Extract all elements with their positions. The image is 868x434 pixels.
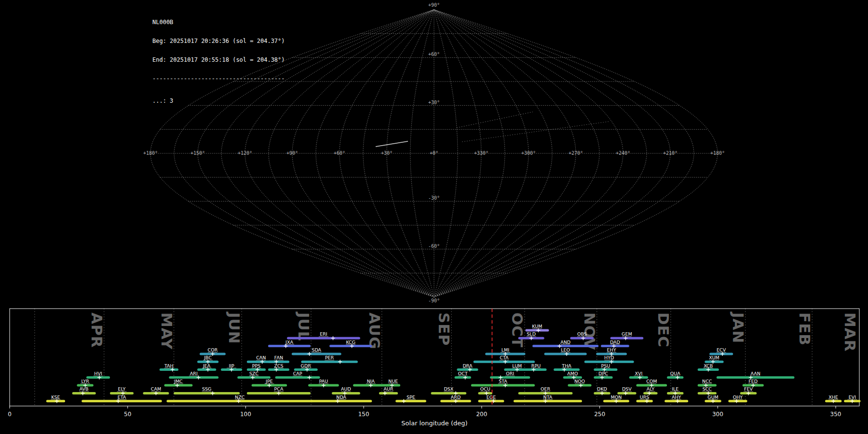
shower-label-HVI: HVI: [94, 371, 102, 376]
shower-label-KUM: KUM: [532, 324, 542, 329]
month-label-jan: JAN: [730, 312, 747, 343]
x-tick-label: 150: [358, 411, 369, 418]
shower-label-PSU: PSU: [601, 363, 610, 368]
observation-header: NL000B Beg: 20251017 20:26:36 (sol = 204…: [152, 7, 285, 117]
lon-label: +180°: [710, 150, 725, 156]
month-label-apr: APR: [88, 312, 106, 348]
lon-label: +270°: [569, 150, 583, 156]
shower-label-AAN: AAN: [750, 371, 760, 376]
shower-label-HYD: HYD: [604, 355, 614, 360]
shower-label-PAU: PAU: [319, 379, 328, 384]
shower-label-GDR: GDR: [301, 363, 312, 368]
shower-label-NDA: NDA: [336, 394, 346, 400]
lat-label: -30°: [428, 195, 440, 201]
end-time: End: 20251017 20:55:18 (sol = 204.38°): [152, 57, 285, 63]
x-tick-label: 350: [830, 411, 841, 418]
month-label-jun: JUN: [226, 312, 243, 344]
shower-label-PPS: PPS: [252, 363, 261, 368]
shower-label-SZC: SZC: [249, 371, 259, 376]
shower-label-DPC: DPC: [598, 371, 608, 376]
month-label-feb: FEB: [796, 312, 814, 346]
shower-label-DSX: DSX: [444, 386, 453, 392]
shower-label-AHY: AHY: [672, 394, 681, 400]
shower-label-EGE: EGE: [487, 394, 496, 400]
shower-label-NZC: NZC: [235, 394, 245, 400]
shower-label-JMC: JMC: [174, 379, 183, 384]
detection-count: ...: 3: [152, 98, 285, 104]
shower-label-SPE: SPE: [407, 394, 415, 400]
shower-label-NIA: NIA: [367, 379, 375, 384]
shower-label-SDA: SDA: [312, 347, 321, 353]
shower-label-GUM: GUM: [707, 394, 719, 400]
shower-label-CAN: CAN: [256, 355, 266, 360]
shower-label-EVI: EVI: [849, 394, 856, 400]
month-label-mar: MAR: [841, 312, 859, 352]
shower-label-THA: THA: [561, 363, 571, 368]
month-label-dec: DEC: [655, 312, 672, 348]
lat-label: +90°: [428, 2, 440, 8]
sky-map: +180°+150°+120°+90°+60°+30°+0°+330°+300°…: [0, 0, 868, 305]
shower-label-KSE: KSE: [51, 394, 60, 400]
lon-label: +180°: [143, 150, 158, 156]
lat-label: +60°: [428, 52, 440, 57]
shower-label-XCB: XCB: [704, 363, 713, 368]
shower-label-AMO: AMO: [567, 371, 578, 376]
shower-label-XHE: XHE: [828, 394, 838, 400]
shower-label-CAP: CAP: [293, 371, 302, 376]
shower-label-ETA: ETA: [118, 394, 126, 400]
shower-label-FEV: FEV: [744, 386, 753, 392]
shower-label-DAD: DAD: [610, 339, 620, 345]
shower-label-IIP: IIP: [229, 363, 234, 368]
lon-label: +300°: [521, 150, 536, 156]
x-tick-label: 100: [240, 411, 251, 418]
shower-label-TAH: TAH: [164, 363, 174, 368]
shower-label-JEA: JEA: [203, 363, 211, 368]
shower-label-FED: FED: [748, 379, 758, 384]
shower-label-NCC: NCC: [702, 379, 712, 384]
station-id: NL000B: [152, 19, 285, 26]
month-label-oct: OCT: [509, 312, 526, 348]
x-tick-label: 200: [476, 411, 487, 418]
shower-label-NOO: NOO: [574, 379, 585, 384]
shower-label-ELY: ELY: [118, 386, 126, 392]
shower-label-JPE: JPE: [265, 379, 273, 384]
x-tick-label: 50: [124, 411, 131, 418]
shower-label-KCG: KCG: [346, 339, 355, 345]
meteor-trail: [376, 141, 408, 147]
shower-label-AUR: AUR: [384, 386, 393, 392]
shower-label-CTA: CTA: [500, 355, 509, 360]
shower-label-EHY: EHY: [607, 347, 616, 353]
shower-label-COM: COM: [646, 379, 657, 384]
shower-label-URS: URS: [640, 394, 650, 400]
shower-label-PER: PER: [325, 355, 334, 360]
shower-label-DRA: DRA: [463, 363, 473, 368]
shower-label-NUE: NUE: [388, 379, 398, 384]
shower-label-LMI: LMI: [502, 347, 509, 353]
shower-label-ARD: ARD: [451, 394, 461, 400]
x-axis-title: Solar longitude (deg): [401, 420, 467, 427]
shower-label-JXA: JXA: [285, 339, 293, 345]
shower-label-SSG: SSG: [202, 386, 211, 392]
x-tick-label: 300: [712, 411, 723, 418]
shower-label-OCT: OCT: [458, 371, 468, 376]
month-label-sep: SEP: [435, 312, 453, 346]
shower-label-MON: MON: [610, 394, 622, 400]
shower-label-JBC: JBC: [203, 355, 212, 360]
shower-label-NTA: NTA: [543, 394, 553, 400]
shower-label-ECV: ECV: [717, 347, 726, 353]
meteor-trail: [462, 122, 609, 142]
lon-label: +120°: [238, 150, 252, 156]
header-separator: --------------------------------------: [152, 76, 285, 82]
shower-label-ALY: ALY: [647, 386, 655, 392]
shower-label-COR: COR: [208, 347, 218, 353]
x-tick-label: 250: [594, 411, 605, 418]
month-label-may: MAY: [158, 312, 176, 350]
shower-label-OBS: OBS: [577, 331, 587, 337]
shower-label-ARI: ARI: [190, 371, 198, 376]
lon-label: +150°: [190, 150, 205, 156]
lon-label: +30°: [381, 150, 393, 156]
begin-time: Beg: 20251017 20:26:36 (sol = 204.37°): [152, 38, 285, 44]
shower-label-RPU: RPU: [531, 363, 541, 368]
shower-label-OER: OER: [541, 386, 550, 392]
meteor-station-screen: +180°+150°+120°+90°+60°+30°+0°+330°+300°…: [0, 0, 868, 434]
